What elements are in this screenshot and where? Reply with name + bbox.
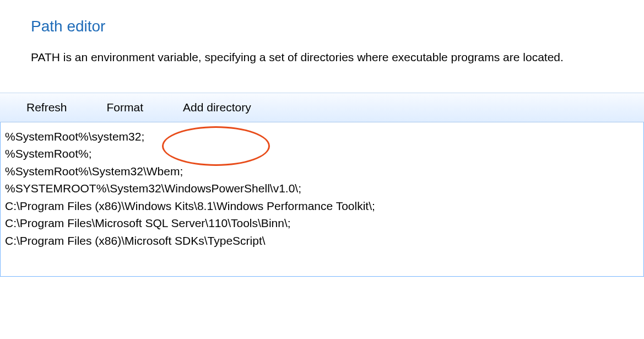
refresh-button[interactable]: Refresh <box>20 96 74 119</box>
description-text: PATH is an environment variable, specify… <box>0 35 644 66</box>
format-button[interactable]: Format <box>100 96 150 119</box>
toolbar: Refresh Format Add directory <box>0 93 644 122</box>
path-editor-textarea[interactable]: %SystemRoot%\system32; %SystemRoot%; %Sy… <box>0 122 644 277</box>
add-directory-button[interactable]: Add directory <box>176 96 258 119</box>
page-title: Path editor <box>0 0 644 35</box>
